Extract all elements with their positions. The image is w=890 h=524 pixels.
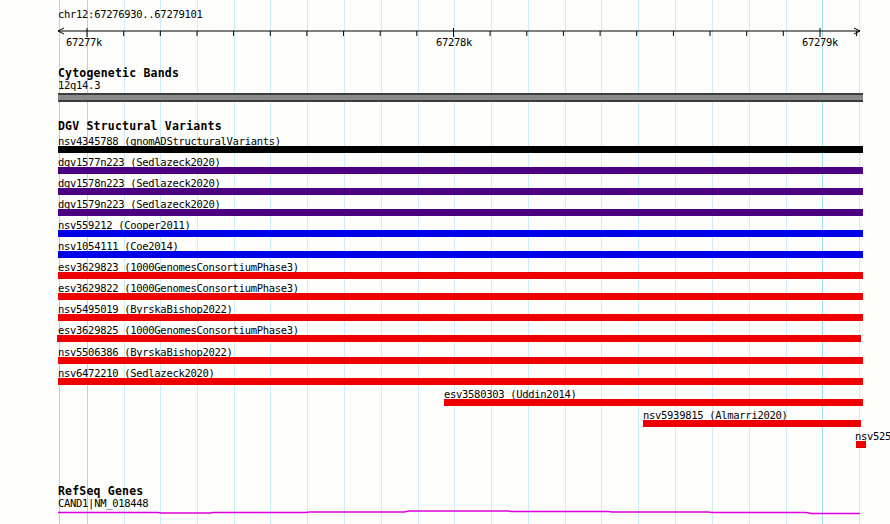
gridline: [601, 0, 602, 524]
gridline: [418, 0, 419, 524]
gridline: [822, 0, 823, 524]
gridline: [344, 0, 345, 524]
gridline: [786, 0, 787, 524]
gridline: [638, 0, 639, 524]
variant-bar[interactable]: [58, 378, 863, 385]
gridline: [565, 0, 566, 524]
ruler-tick-label: 67277k: [66, 36, 102, 48]
gridline: [675, 0, 676, 524]
variant-bar[interactable]: [57, 335, 861, 342]
cytogenetic-band-bar[interactable]: [58, 93, 863, 102]
variant-bar[interactable]: [58, 146, 863, 153]
refseq-genes-title: RefSeq Genes: [58, 484, 143, 498]
variant-bar[interactable]: [58, 188, 863, 195]
cytogenetic-band-name: 12q14.3: [58, 79, 100, 91]
gridline: [491, 0, 492, 524]
cytogenetic-bands-title: Cytogenetic Bands: [58, 66, 179, 80]
gridline: [454, 0, 455, 524]
dgv-structural-variants-title: DGV Structural Variants: [58, 119, 222, 133]
gridline: [528, 0, 529, 524]
variant-bar[interactable]: [58, 272, 863, 279]
variant-bar[interactable]: [58, 167, 863, 174]
gridline: [712, 0, 713, 524]
variant-bar[interactable]: [58, 209, 863, 216]
gridline: [381, 0, 382, 524]
variant-bar[interactable]: [58, 251, 863, 258]
ruler-tick-label: 67278k: [436, 36, 472, 48]
gridline: [749, 0, 750, 524]
variant-bar[interactable]: [58, 230, 863, 237]
variant-bar[interactable]: [58, 314, 863, 321]
genome-browser-view: chr12:67276930..67279101 67277k67278k672…: [0, 0, 890, 524]
refseq-gene-name: CAND1|NM_018448: [58, 497, 148, 509]
variant-bar[interactable]: [856, 441, 866, 448]
region-coordinates-label: chr12:67276930..67279101: [58, 8, 203, 20]
variant-bar[interactable]: [58, 293, 863, 300]
gridline: [307, 0, 308, 524]
variant-bar[interactable]: [643, 420, 861, 427]
variant-bar[interactable]: [58, 357, 863, 364]
ruler-tick-label: 67279k: [802, 36, 838, 48]
variant-bar[interactable]: [444, 399, 863, 406]
